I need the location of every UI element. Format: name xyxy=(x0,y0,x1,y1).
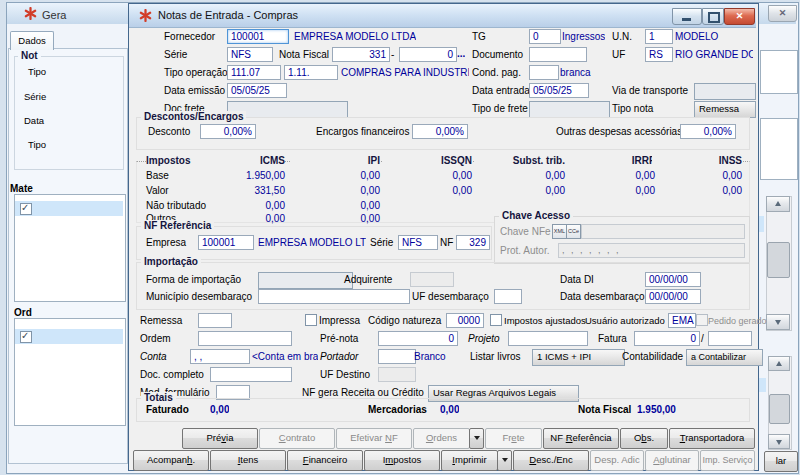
documento-field[interactable] xyxy=(529,47,587,62)
encargos-field[interactable]: 0,00% xyxy=(412,124,468,139)
pre-nota-field[interactable]: 0 xyxy=(378,331,458,346)
codigo-natureza-label: Código natureza xyxy=(368,315,441,326)
data-emissao-field[interactable]: 05/05/25 xyxy=(227,83,287,98)
prot-autor-field[interactable]: , , , , , , , xyxy=(558,243,745,258)
imprimir-button[interactable]: Imprimir xyxy=(441,450,498,471)
scrollbar-thumb-2[interactable] xyxy=(769,394,790,424)
fornecedor-field[interactable]: 100001 xyxy=(227,29,289,44)
material-checkbox[interactable] xyxy=(20,203,32,215)
projeto-field[interactable] xyxy=(508,331,588,346)
scroll-down-icon xyxy=(775,320,781,325)
desp-adic-button[interactable]: Desp. Adic xyxy=(590,450,644,471)
data-entrada-field[interactable]: 05/05/25 xyxy=(529,83,589,98)
more-button[interactable]: ... xyxy=(457,48,465,59)
uf-desembaraco-field[interactable] xyxy=(494,289,522,304)
acompanh-button[interactable]: Acompanh. xyxy=(133,450,209,471)
nfref-nf-field[interactable]: 329 xyxy=(456,235,490,250)
pedido-gerado-checkbox[interactable] xyxy=(696,314,708,326)
remessa-label: Remessa xyxy=(140,315,182,326)
conta-field[interactable]: , , xyxy=(190,349,250,364)
nfref-empresa-field[interactable]: 100001 xyxy=(198,235,254,250)
municipio-desembaraco-field[interactable] xyxy=(258,289,410,304)
scroll-up-button-1[interactable] xyxy=(766,196,790,212)
impressa-label: Impressa xyxy=(319,315,360,326)
scroll-down-button-1[interactable] xyxy=(766,314,790,330)
chave-nfe-field[interactable] xyxy=(581,224,745,239)
contrato-button[interactable]: Contrato xyxy=(259,428,335,449)
imp-servico-button[interactable]: Imp. Serviço xyxy=(700,450,755,471)
contabilidade-select[interactable]: a Contabilizar xyxy=(686,349,763,366)
projeto-label: Projeto xyxy=(468,333,500,344)
impostos-cell: 1.950,00 xyxy=(195,170,285,181)
obs-button[interactable]: Obs. xyxy=(620,428,668,449)
un-field[interactable]: 1 xyxy=(645,29,673,44)
transportadora-button[interactable]: Transportadora xyxy=(669,428,755,449)
via-transporte-label: Via de transporte xyxy=(612,85,688,96)
imprimir-dropdown-button[interactable] xyxy=(497,450,512,471)
data-di-field[interactable]: 00/00/00 xyxy=(645,272,701,287)
xml-button[interactable]: XML xyxy=(552,224,567,239)
itens-button[interactable]: Itens xyxy=(210,450,286,471)
doc-completo-field[interactable] xyxy=(210,367,292,382)
background-label-data: Data xyxy=(24,115,44,126)
impostos-col-subst: Subst. trib. xyxy=(475,155,565,166)
maximize-button[interactable] xyxy=(702,8,724,25)
adquirente-field[interactable] xyxy=(410,272,454,287)
background-close-button[interactable]: ✕ xyxy=(768,5,797,22)
efetivar-nf-button[interactable]: Efetivar NF xyxy=(336,428,412,449)
impostos-button[interactable]: Impostos xyxy=(364,450,440,471)
serie-field[interactable]: NFS xyxy=(227,47,273,62)
aglutinar-button[interactable]: Aglutinar xyxy=(645,450,699,471)
tipo-operacao-field[interactable]: 111.07 xyxy=(227,65,281,80)
background-label-tipo2: Tipo xyxy=(28,139,46,150)
nfref-nf-label: NF xyxy=(440,237,453,248)
fatura-field[interactable]: 0 xyxy=(634,331,700,346)
tipo-frete-select[interactable] xyxy=(529,101,610,118)
ordem-field[interactable] xyxy=(198,331,292,346)
desconto-field[interactable]: 0,00% xyxy=(200,124,256,139)
minimize-button[interactable] xyxy=(672,8,702,25)
frete-button[interactable]: Frete xyxy=(485,428,542,449)
ordem-checkbox[interactable] xyxy=(20,331,32,343)
scrollbar-thumb-1[interactable] xyxy=(767,242,790,278)
financeiro-button[interactable]: Financeiro xyxy=(287,450,363,471)
uf-destino-field[interactable] xyxy=(378,367,416,382)
portador-desc: Branco xyxy=(414,351,446,362)
cond-pag-field[interactable] xyxy=(529,65,559,80)
data-desembaraco-field[interactable]: 00/00/00 xyxy=(645,289,701,304)
remessa-field[interactable] xyxy=(198,313,232,328)
fatura-sub-field[interactable] xyxy=(708,331,752,346)
data-di-label: Data DI xyxy=(560,274,594,285)
ordens-button[interactable]: Ordens xyxy=(413,428,470,449)
cond-pag-label: Cond. pag. xyxy=(472,67,521,78)
tipo-nota-select[interactable]: Remessa xyxy=(694,101,756,118)
nf-referencia-button[interactable]: NF Referência xyxy=(543,428,619,449)
cancelar-button-partial[interactable]: lar xyxy=(764,451,798,472)
mercadorias-value: 0,00 xyxy=(440,404,459,415)
cfop-field[interactable]: 1.11. xyxy=(284,65,338,80)
listar-livros-select[interactable]: 1 ICMS + IPI xyxy=(532,349,625,366)
close-button[interactable]: ✕ xyxy=(724,8,755,25)
outras-despesas-field[interactable]: 0,00% xyxy=(680,124,736,139)
tab-dados[interactable]: Dados xyxy=(10,31,54,50)
forma-importacao-select[interactable] xyxy=(258,272,353,289)
previa-button[interactable]: Prévia xyxy=(182,428,258,449)
nfref-serie-field[interactable]: NFS xyxy=(398,235,438,250)
uf-field[interactable]: RS xyxy=(645,47,673,62)
cce-button[interactable]: CCe xyxy=(566,224,581,239)
tg-field[interactable]: 0 xyxy=(529,29,561,44)
scroll-up-button-2[interactable] xyxy=(768,356,790,371)
nota-fiscal-field[interactable]: 331 xyxy=(332,47,390,62)
nota-fiscal-sub-field[interactable]: 0 xyxy=(399,47,457,62)
impostos-col-issqn: ISSQN xyxy=(382,155,472,166)
impostos-ajustados-checkbox[interactable] xyxy=(490,314,502,326)
desc-enc-button[interactable]: Desc./Enc xyxy=(513,450,589,471)
scroll-down-button-2[interactable] xyxy=(768,434,790,449)
ordens-dropdown-button[interactable] xyxy=(469,428,484,449)
conta-label: Conta xyxy=(140,351,167,362)
codigo-natureza-field[interactable]: 0000 xyxy=(446,313,484,328)
via-transporte-select[interactable] xyxy=(694,83,756,100)
impressa-checkbox[interactable] xyxy=(305,314,317,326)
usuario-autorizado-field[interactable]: EMA xyxy=(668,313,696,328)
portador-field[interactable] xyxy=(378,349,416,364)
